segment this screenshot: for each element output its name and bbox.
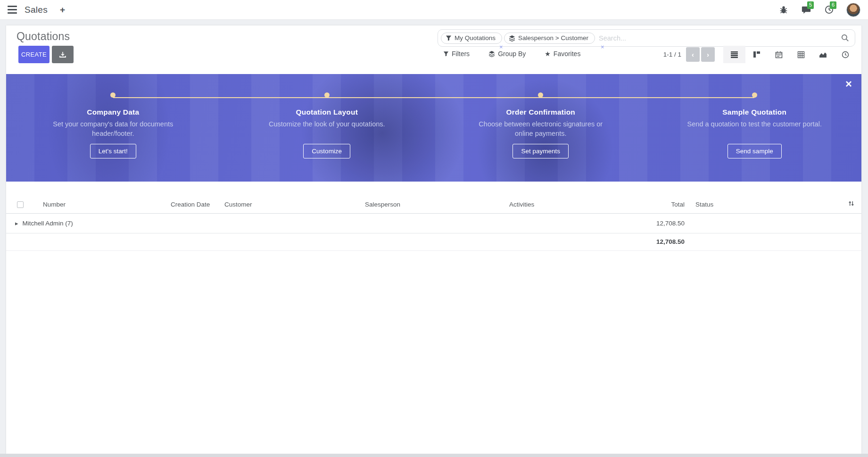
- step-dot: [324, 92, 330, 98]
- banner-close-icon[interactable]: [845, 78, 852, 90]
- top-navbar: Sales 5 6: [0, 0, 868, 20]
- create-button[interactable]: CREATE: [18, 46, 50, 63]
- search-icon[interactable]: [841, 34, 849, 42]
- customize-button[interactable]: Customize: [303, 144, 350, 158]
- step-title: Company Data: [6, 108, 220, 116]
- list-view-icon: [730, 51, 738, 58]
- plus-tab-icon[interactable]: [60, 5, 65, 15]
- view-activity-button[interactable]: [834, 46, 856, 63]
- view-graph-button[interactable]: [812, 46, 834, 63]
- messages-badge: 5: [807, 1, 814, 9]
- debug-bug-icon[interactable]: [778, 5, 789, 15]
- filter-icon: [443, 51, 449, 57]
- activities-clock-icon[interactable]: 6: [824, 5, 834, 15]
- pager-previous-button[interactable]: [686, 47, 700, 62]
- onboarding-step-company-data: Company Data Set your company's data for…: [6, 74, 220, 182]
- favorites-label: Favorites: [554, 50, 581, 58]
- list-header-row: Number Creation Date Customer Salesperso…: [6, 196, 861, 213]
- graph-view-icon: [819, 51, 827, 58]
- filters-button[interactable]: Filters: [443, 50, 470, 58]
- column-header-creation-date[interactable]: Creation Date: [165, 196, 219, 213]
- group-row-mitchell-admin[interactable]: Mitchell Admin (7) 12,708.50: [6, 213, 861, 233]
- page-title: Quotations: [17, 30, 70, 43]
- calendar-view-icon: [775, 51, 783, 58]
- filters-label: Filters: [452, 50, 470, 58]
- send-sample-button[interactable]: Send sample: [727, 144, 782, 158]
- facet-remove-icon[interactable]: [499, 44, 503, 50]
- facet-label: My Quotations: [455, 34, 496, 42]
- select-all-checkbox[interactable]: [17, 201, 24, 208]
- group-label: Mitchell Admin (7): [23, 220, 73, 227]
- lets-start-button[interactable]: Let's start!: [90, 144, 136, 158]
- step-description: Customize the look of your quotations.: [258, 119, 395, 139]
- onboarding-step-order-confirmation: Order Confirmation Choose between electr…: [434, 74, 648, 182]
- kanban-view-icon: [753, 51, 761, 58]
- step-dot: [538, 92, 543, 98]
- user-avatar[interactable]: [846, 3, 860, 17]
- group-by-button[interactable]: Group By: [488, 50, 526, 58]
- pager-range: 1-1 / 1: [663, 51, 681, 58]
- set-payments-button[interactable]: Set payments: [513, 144, 569, 158]
- facet-groupby-salesperson-customer[interactable]: Salesperson > Customer: [504, 33, 595, 44]
- pivot-view-icon: [797, 51, 805, 58]
- step-description: Send a quotation to test the customer po…: [686, 119, 823, 139]
- messages-icon[interactable]: 5: [801, 5, 811, 15]
- activity-view-icon: [842, 51, 849, 58]
- step-description: Set your company's data for documents he…: [45, 119, 182, 139]
- facet-remove-icon[interactable]: [601, 44, 604, 50]
- search-bar[interactable]: My Quotations Salesperson > Customer: [438, 29, 855, 47]
- facet-my-quotations[interactable]: My Quotations: [441, 33, 502, 44]
- favorites-button[interactable]: Favorites: [545, 50, 580, 58]
- step-description: Choose between electronic signatures or …: [472, 119, 609, 139]
- step-title: Quotation Layout: [220, 108, 434, 116]
- step-dot: [110, 92, 116, 98]
- view-pivot-button[interactable]: [790, 46, 812, 63]
- step-title: Order Confirmation: [434, 108, 648, 116]
- view-list-button[interactable]: [723, 46, 745, 63]
- download-icon: [59, 51, 66, 58]
- facet-label: Salesperson > Customer: [518, 34, 588, 42]
- layers-icon: [509, 35, 515, 42]
- list-footer-row: 12,708.50: [6, 233, 861, 250]
- activities-badge: 6: [830, 1, 836, 9]
- content-sheet: Quotations My Quotations Salesperson > C…: [6, 25, 861, 454]
- footer-total: 12,708.50: [595, 233, 690, 250]
- pager-and-views: 1-1 / 1: [663, 46, 856, 63]
- column-header-status[interactable]: Status: [690, 196, 808, 213]
- search-options-row: Filters Group By Favorites: [443, 50, 580, 58]
- view-calendar-button[interactable]: [768, 46, 790, 63]
- column-header-customer[interactable]: Customer: [219, 196, 359, 213]
- column-header-salesperson[interactable]: Salesperson: [359, 196, 504, 213]
- column-header-activities[interactable]: Activities: [504, 196, 595, 213]
- search-input[interactable]: [599, 34, 841, 42]
- export-button[interactable]: [52, 46, 74, 63]
- group-by-label: Group By: [498, 50, 526, 58]
- view-switcher: [723, 46, 856, 63]
- pager-next-button[interactable]: [701, 47, 715, 62]
- column-header-number[interactable]: Number: [37, 196, 165, 213]
- view-kanban-button[interactable]: [745, 46, 768, 63]
- column-header-total[interactable]: Total: [595, 196, 690, 213]
- onboarding-banner: Company Data Set your company's data for…: [6, 74, 861, 182]
- filter-icon: [446, 35, 452, 41]
- horizontal-scrollbar-track[interactable]: [0, 454, 868, 457]
- onboarding-step-sample-quotation: Sample Quotation Send a quotation to tes…: [648, 74, 862, 182]
- app-name[interactable]: Sales: [25, 5, 48, 15]
- quotations-list: Number Creation Date Customer Salesperso…: [6, 196, 861, 251]
- optional-columns-icon[interactable]: [848, 200, 855, 207]
- onboarding-step-quotation-layout: Quotation Layout Customize the look of y…: [220, 74, 434, 182]
- step-dot: [752, 92, 757, 98]
- expand-caret-icon[interactable]: [15, 220, 18, 227]
- star-icon: [545, 50, 551, 58]
- apps-menu-icon[interactable]: [8, 6, 17, 14]
- step-title: Sample Quotation: [648, 108, 862, 116]
- group-total: 12,708.50: [595, 213, 690, 233]
- layers-icon: [488, 50, 495, 57]
